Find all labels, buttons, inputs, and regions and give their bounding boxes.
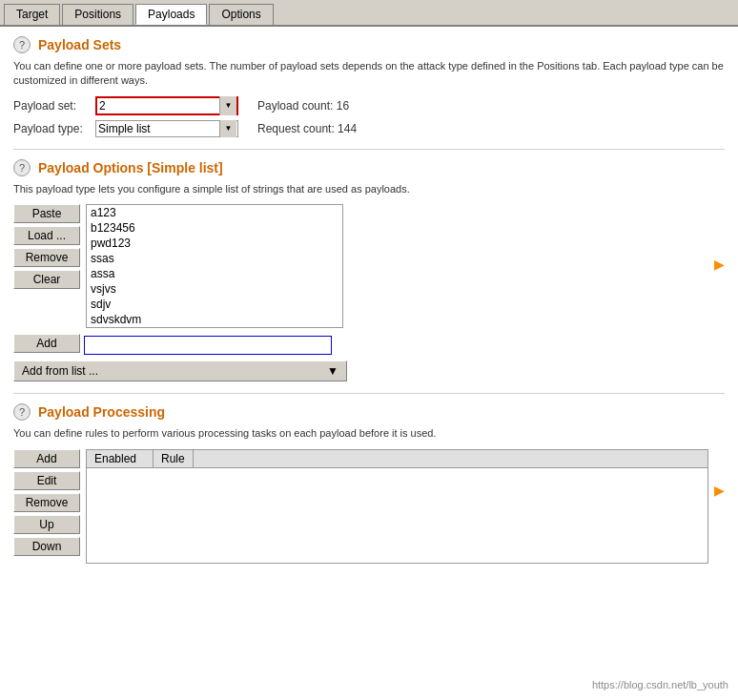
payload-sets-help-icon[interactable]: ? [13, 36, 31, 53]
payload-set-row: Payload set: 2 1 Payload count: 16 [13, 96, 725, 115]
tab-positions[interactable]: Positions [62, 4, 133, 25]
add-input[interactable] [84, 336, 332, 355]
list-item[interactable]: b123456 [87, 220, 342, 236]
tab-bar: Target Positions Payloads Options [0, 0, 738, 27]
request-count-label: Request count: 144 [257, 122, 357, 135]
payload-set-select-wrapper: 2 1 [95, 96, 238, 115]
payload-sets-section: ? Payload Sets You can define one or mor… [13, 36, 725, 137]
processing-edit-button[interactable]: Edit [13, 471, 80, 490]
divider-1 [13, 149, 725, 150]
payload-options-title: Payload Options [Simple list] [38, 160, 223, 175]
list-item[interactable]: sdvskdvm [87, 312, 342, 327]
payload-list-buttons: Paste Load ... Remove Clear [13, 204, 80, 292]
list-item[interactable]: sdnsjvn [87, 327, 342, 328]
payload-list-wrapper: a123 b123456 pwd123 ssas assa vsjvs sdjv… [86, 204, 708, 328]
tab-target[interactable]: Target [4, 4, 60, 25]
add-from-list-button[interactable]: Add from list ... ▼ [13, 360, 347, 381]
table-header-enabled: Enabled [87, 450, 154, 467]
payload-processing-header: ? Payload Processing [13, 403, 725, 421]
payload-sets-title: Payload Sets [38, 37, 121, 52]
payload-options-section: ? Payload Options [Simple list] This pay… [13, 159, 725, 381]
payload-type-select[interactable]: Simple list [95, 120, 238, 137]
list-item[interactable]: a123 [87, 205, 342, 220]
main-content: ? Payload Sets You can define one or mor… [0, 27, 738, 700]
paste-button[interactable]: Paste [13, 204, 80, 223]
processing-add-button[interactable]: Add [13, 449, 80, 468]
payload-type-select-wrapper: Simple list [95, 120, 238, 137]
processing-expand-arrow-icon: ▶ [714, 483, 725, 498]
add-from-list-arrow-icon: ▼ [327, 364, 338, 378]
watermark: https://blog.csdn.net/lb_youth [592, 679, 728, 690]
payload-processing-description: You can define rules to perform various … [13, 426, 725, 441]
processing-buttons: Add Edit Remove Up Down [13, 449, 80, 559]
payload-set-select[interactable]: 2 1 [95, 96, 238, 115]
payload-sets-header: ? Payload Sets [13, 36, 725, 53]
list-item[interactable]: ssas [87, 251, 342, 266]
tab-payloads[interactable]: Payloads [135, 4, 207, 25]
divider-2 [13, 393, 725, 394]
processing-remove-button[interactable]: Remove [13, 493, 80, 512]
add-from-list-wrapper: Add from list ... ▼ [13, 360, 347, 381]
payload-set-label: Payload set: [13, 99, 90, 113]
payload-options-help-icon[interactable]: ? [13, 159, 31, 176]
payload-sets-description: You can define one or more payload sets.… [13, 59, 725, 89]
table-body [87, 468, 707, 545]
load-button[interactable]: Load ... [13, 226, 80, 245]
list-item[interactable]: vsjvs [87, 281, 342, 297]
processing-area: Add Edit Remove Up Down Enabled Rule ▶ [13, 449, 725, 564]
remove-button[interactable]: Remove [13, 248, 80, 267]
table-header: Enabled Rule [87, 450, 707, 468]
payload-list-box[interactable]: a123 b123456 pwd123 ssas assa vsjvs sdjv… [86, 204, 343, 328]
payload-processing-help-icon[interactable]: ? [13, 403, 31, 421]
payload-count-label: Payload count: 16 [257, 99, 349, 113]
list-expand-arrow-icon: ▶ [714, 257, 725, 272]
list-item[interactable]: sdjv [87, 297, 342, 312]
payload-processing-section: ? Payload Processing You can define rule… [13, 403, 725, 563]
processing-up-button[interactable]: Up [13, 515, 80, 534]
payload-options-header: ? Payload Options [Simple list] [13, 159, 725, 176]
payload-list-area: Paste Load ... Remove Clear a123 b123456… [13, 204, 725, 328]
processing-down-button[interactable]: Down [13, 537, 80, 556]
payload-options-description: This payload type lets you configure a s… [13, 182, 725, 196]
payload-type-row: Payload type: Simple list Request count:… [13, 120, 725, 137]
table-header-rule: Rule [154, 450, 194, 467]
add-button[interactable]: Add [13, 334, 80, 353]
list-item[interactable]: pwd123 [87, 236, 342, 251]
payload-type-label: Payload type: [13, 122, 90, 135]
clear-button[interactable]: Clear [13, 270, 80, 289]
list-item[interactable]: assa [87, 266, 342, 281]
add-row: Add [13, 334, 725, 356]
tab-options[interactable]: Options [209, 4, 273, 25]
processing-table: Enabled Rule [86, 449, 708, 564]
payload-processing-title: Payload Processing [38, 404, 165, 420]
